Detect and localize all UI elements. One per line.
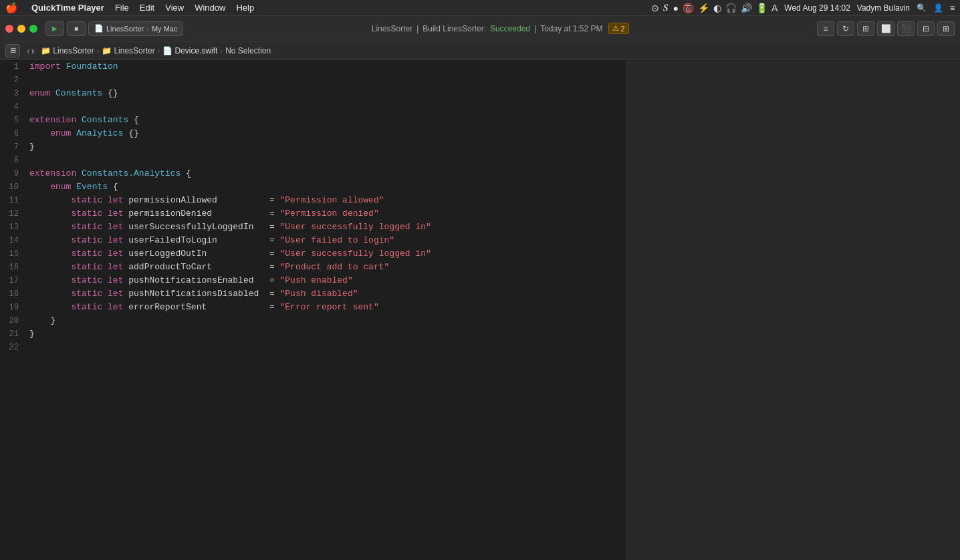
code-token: extension xyxy=(29,114,76,127)
code-token: let xyxy=(108,221,123,234)
line-number: 2 xyxy=(0,74,19,87)
line-view-btn[interactable]: ≡ xyxy=(817,21,834,36)
search-icon[interactable]: 🔍 xyxy=(917,3,927,13)
battery-icon: 🔋 xyxy=(756,3,767,13)
code-line: } xyxy=(29,327,626,341)
code-token: enum xyxy=(29,87,50,100)
breadcrumb-project-label: LinesSorter xyxy=(114,46,154,55)
code-content[interactable]: import Foundation enum Constants {} exte… xyxy=(24,60,626,560)
volume-icon: 🔊 xyxy=(741,3,752,13)
code-token: let xyxy=(108,207,123,221)
breadcrumb-sep-1: › xyxy=(97,47,100,55)
maximize-button[interactable] xyxy=(29,25,37,33)
scheme-selector[interactable]: 📄 LinesSorter › My Mac xyxy=(88,21,183,36)
inspector-btn[interactable]: ⊞ xyxy=(937,21,955,36)
code-token: let xyxy=(108,301,123,314)
code-line: static let pushNotificationsEnabled = "P… xyxy=(29,274,626,287)
code-token: {} xyxy=(123,127,138,140)
code-token xyxy=(29,301,71,314)
menu-window[interactable]: Window xyxy=(195,3,225,13)
code-token: { xyxy=(128,114,139,127)
close-button[interactable] xyxy=(5,25,13,33)
run-button[interactable]: ▶ xyxy=(45,21,64,36)
line-number: 16 xyxy=(0,261,19,274)
minimize-button[interactable] xyxy=(17,25,25,33)
toolbar-center: LinesSorter | Build LinesSorter: Succeed… xyxy=(186,23,814,34)
breadcrumb-selection-label: No Selection xyxy=(225,46,271,55)
code-token: userSuccessfullyLoggedIn = xyxy=(123,221,279,234)
code-token: "Push enabled" xyxy=(280,274,353,287)
code-token xyxy=(102,194,108,207)
breadcrumb-sep-3: › xyxy=(220,47,223,55)
toolbar: ▶ ■ 📄 LinesSorter › My Mac LinesSorter |… xyxy=(0,16,960,41)
build-sep2: | xyxy=(534,24,536,33)
code-token: let xyxy=(108,234,123,247)
code-token xyxy=(102,247,108,261)
code-area[interactable]: 12345678910111213141516171819202122 impo… xyxy=(0,60,626,560)
code-line: static let permissionAllowed = "Permissi… xyxy=(29,194,626,207)
code-token: userLoggedOutIn = xyxy=(123,247,279,261)
code-token xyxy=(102,221,108,234)
canvas-btn[interactable]: ↻ xyxy=(837,21,854,36)
nav-forward[interactable]: › xyxy=(31,45,35,56)
menu-file[interactable]: File xyxy=(115,3,129,13)
breadcrumb-item-project[interactable]: 📁 LinesSorter xyxy=(102,46,154,55)
code-token: static xyxy=(71,287,102,301)
code-line: extension Constants.Analytics { xyxy=(29,167,626,180)
code-line: } xyxy=(29,314,626,327)
code-token: pushNotificationsDisabled = xyxy=(123,287,279,301)
folder-icon: 📁 xyxy=(41,46,51,55)
code-token: let xyxy=(108,194,123,207)
code-token xyxy=(102,301,108,314)
breadcrumb-item-selection[interactable]: No Selection xyxy=(225,46,271,55)
menu-view[interactable]: View xyxy=(165,3,184,13)
code-line: enum Analytics {} xyxy=(29,127,626,140)
breadcrumb-item-root[interactable]: 📁 LinesSorter xyxy=(41,46,94,55)
sidebar-toggle-icon[interactable]: ≡ xyxy=(950,3,955,13)
code-token: } xyxy=(29,140,35,154)
split-right-btn[interactable]: ⬛ xyxy=(897,21,915,36)
add-editor-btn[interactable]: ⊞ xyxy=(857,21,874,36)
code-line: static let addProductToCart = "Product a… xyxy=(29,261,626,274)
code-token xyxy=(102,274,108,287)
code-line xyxy=(29,154,626,167)
skype-icon: 𝑺 xyxy=(663,2,669,13)
code-line: static let errorReportSent = "Error repo… xyxy=(29,301,626,314)
code-token: "Push disabled" xyxy=(280,287,358,301)
menu-edit[interactable]: Edit xyxy=(140,3,154,13)
code-token xyxy=(71,127,76,140)
nav-back[interactable]: ‹ xyxy=(27,45,30,56)
warning-badge[interactable]: ⚠ 2 xyxy=(608,23,629,34)
code-token: static xyxy=(71,234,102,247)
code-token: "User successfully logged in" xyxy=(280,221,431,234)
stop-button[interactable]: ■ xyxy=(67,21,86,36)
line-number: 4 xyxy=(0,100,19,114)
code-line: } xyxy=(29,140,626,154)
menu-help[interactable]: Help xyxy=(236,3,254,13)
code-token: let xyxy=(108,247,123,261)
line-number: 15 xyxy=(0,247,19,261)
bolt-icon: ⚡ xyxy=(698,3,709,13)
code-token xyxy=(29,261,71,274)
code-line: static let pushNotificationsDisabled = "… xyxy=(29,287,626,301)
code-token: { xyxy=(181,167,191,180)
code-token: enum xyxy=(50,180,71,194)
build-sep: | xyxy=(416,24,418,33)
navigator-toggle[interactable]: ⊞ xyxy=(5,44,20,57)
code-token: userFailedToLogin = xyxy=(123,234,279,247)
code-token xyxy=(29,221,71,234)
code-token: { xyxy=(108,180,118,194)
build-status: LinesSorter | Build LinesSorter: Succeed… xyxy=(372,24,603,33)
code-token: Constants xyxy=(55,87,102,100)
device-name: My Mac xyxy=(152,25,178,33)
right-panel xyxy=(626,60,960,560)
line-number: 20 xyxy=(0,314,19,327)
split-left-btn[interactable]: ⬜ xyxy=(877,21,894,36)
app-name[interactable]: QuickTime Player xyxy=(31,3,104,13)
apple-menu[interactable]: 🍎 xyxy=(5,2,18,14)
user-icon: ● xyxy=(673,3,678,13)
code-token: let xyxy=(108,274,123,287)
breadcrumb-item-file[interactable]: 📄 Device.swift xyxy=(162,46,217,55)
split-both-btn[interactable]: ⊟ xyxy=(917,21,935,36)
code-token: addProductToCart = xyxy=(123,261,279,274)
